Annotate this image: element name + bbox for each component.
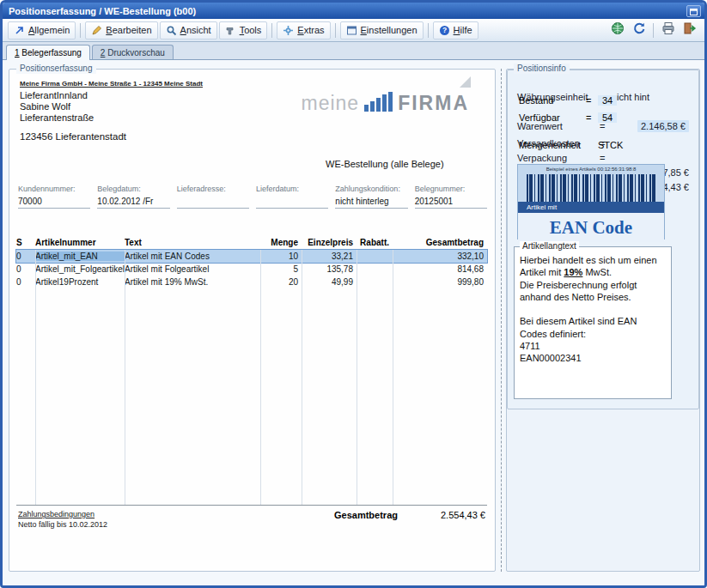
table-row[interactable]: 0 Artikel_mit_Folgeartikel Artikel mit F… — [16, 263, 487, 276]
field-kundennummer: Kundennummer: 70000 — [18, 185, 90, 209]
barcode-label-small: Artikel mit — [518, 202, 664, 213]
globe-button[interactable] — [607, 21, 627, 39]
total-label: Gesamtbetrag — [334, 510, 398, 520]
equals-sign: = — [586, 95, 598, 106]
beleginfo-group: Beleginfo Währungseinheit = nicht hint W… — [506, 69, 700, 572]
arrow-ne-icon — [14, 25, 25, 36]
globe-icon — [611, 21, 625, 39]
tab-strip: 1 Belegerfassung 2 Druckvorschau — [3, 42, 704, 59]
barcode-label-big: EAN Code — [518, 213, 664, 242]
barcode-stripes-icon — [527, 174, 655, 202]
zahlungsbedingungen-text: Netto fällig bis 10.02.2012 — [18, 520, 107, 529]
table-body: 0 Artikel_mit_EAN Artikel mit EAN Codes … — [16, 250, 487, 288]
equals-sign: = — [586, 112, 598, 123]
printer-icon — [661, 21, 675, 39]
refresh-button[interactable] — [629, 21, 649, 39]
menu-hilfe[interactable]: ? Hilfe — [433, 21, 478, 39]
positionserfassung-group-title: Positionserfassung — [16, 64, 96, 74]
gear-icon — [283, 25, 294, 36]
logo-word-meine: meine — [302, 94, 360, 113]
belegnummer-value[interactable]: 20125001 — [415, 197, 487, 209]
menu-einstellungen[interactable]: Einstellungen — [340, 21, 424, 39]
toolbar-separator — [428, 23, 429, 38]
total-value: 2.554,43 € — [441, 510, 485, 520]
tab-belegerfassung[interactable]: 1 Belegerfassung — [6, 45, 90, 60]
settings-window-icon — [346, 25, 357, 36]
menu-allgemein[interactable]: Allgemein — [8, 21, 76, 39]
app-window: Positionserfassung / WE-Bestellung (b00)… — [0, 0, 707, 588]
zahlungsbedingungen-link[interactable]: Zahlungsbedingungen — [18, 510, 94, 518]
toolbar-separator — [271, 23, 272, 38]
exit-icon — [683, 21, 697, 39]
table-header: S Artikelnummer Text Menge Einzelpreis R… — [16, 238, 487, 250]
document-title: WE-Bestellung (alle Belege) — [326, 159, 444, 169]
window-title: Positionserfassung / WE-Bestellung (b00) — [9, 6, 686, 16]
document-fields: Kundennummer: 70000 Belegdatum: 10.02.20… — [18, 185, 487, 209]
verfuegbar-value: 54 — [598, 112, 617, 123]
verpackung-row: Verpackung = — [517, 153, 689, 163]
tab-druckvorschau[interactable]: 2 Druckvorschau — [92, 45, 174, 59]
equals-sign: = — [600, 153, 612, 163]
table-row[interactable]: 0 Artikel_mit_EAN Artikel mit EAN Codes … — [16, 250, 487, 263]
company-logo: meine FIRMA — [302, 92, 469, 113]
belegdatum-value[interactable]: 10.02.2012 /Fr — [97, 197, 169, 209]
toolbar-separator — [80, 23, 81, 38]
recipient-line-2: Sabine Wolf — [20, 101, 70, 112]
table-bottom-line — [16, 505, 487, 506]
menu-extras[interactable]: Extras — [277, 21, 330, 39]
menu-tools[interactable]: Tools — [219, 21, 268, 39]
menu-bearbeiten[interactable]: Bearbeiten — [85, 21, 157, 39]
zahlungskondition-value[interactable]: nicht hinterleg — [335, 197, 407, 209]
barcode-caption: Beispiel eines Artikels 00:12:56:31:98:8 — [518, 165, 664, 172]
mengeneinheit-value: STCK — [598, 140, 623, 150]
logo-word-firma: FIRMA — [398, 94, 469, 113]
field-belegnummer: Belegnummer: 20125001 — [415, 185, 487, 209]
toolbar-separator — [335, 23, 336, 38]
field-lieferadresse: Lieferadresse: — [177, 185, 249, 209]
toolbar: Allgemein Bearbeiten Ansicht Tools Extra… — [3, 19, 704, 42]
toolbar-separator — [653, 23, 654, 38]
artikellangtext-box[interactable]: Artikellangtext Hierbei handelt es sich … — [514, 246, 672, 399]
panel-splitter[interactable] — [501, 69, 502, 572]
bestand-value: 34 — [598, 95, 617, 106]
kundennummer-value[interactable]: 70000 — [18, 197, 90, 209]
recipient-city: 123456 Lieferantenstadt — [20, 131, 126, 142]
print-button[interactable] — [658, 21, 678, 39]
window-control-button[interactable] — [686, 5, 701, 17]
edit-icon — [91, 25, 102, 36]
svg-text:?: ? — [442, 26, 446, 34]
positionsinfo-group: Positionsinfo Bestand = 34 Verfügbar = 5… — [507, 70, 699, 409]
lieferadresse-value[interactable] — [177, 197, 249, 209]
restore-icon — [690, 3, 698, 19]
mengeneinheit-row: Mengeneinheit STCK — [519, 140, 691, 150]
positionsinfo-group-title: Positionsinfo — [514, 64, 570, 74]
tools-icon — [225, 25, 236, 36]
bestand-row: Bestand = 34 — [519, 95, 691, 106]
recipient-line-3: Lieferantenstraße — [20, 112, 94, 123]
refresh-icon — [632, 21, 646, 39]
menu-ansicht[interactable]: Ansicht — [160, 21, 217, 39]
title-bar: Positionserfassung / WE-Bestellung (b00) — [3, 3, 704, 19]
exit-button[interactable] — [680, 21, 699, 39]
logo-bars-icon — [364, 92, 393, 113]
field-belegdatum: Belegdatum: 10.02.2012 /Fr — [97, 185, 169, 209]
help-icon: ? — [439, 25, 450, 36]
magnifier-icon — [166, 25, 177, 36]
field-lieferdatum: Lieferdatum: — [256, 185, 328, 209]
artikellangtext-label: Artikellangtext — [520, 241, 579, 252]
artikellangtext-text: Hierbei handelt es sich um einen Artikel… — [515, 247, 671, 368]
verfuegbar-row: Verfügbar = 54 — [519, 112, 691, 123]
company-header-line: Meine Firma GmbH - Meine Straße 1 - 1234… — [20, 80, 203, 88]
table-row[interactable]: 0 Artikel19Prozent Artikel mit 19% MwSt.… — [16, 276, 487, 288]
lieferdatum-value[interactable] — [256, 197, 328, 209]
ean-barcode-image: Beispiel eines Artikels 00:12:56:31:98:8… — [517, 164, 665, 239]
positionserfassung-group: Positionserfassung Meine Firma GmbH - Me… — [9, 69, 496, 572]
main-content: Positionserfassung Meine Firma GmbH - Me… — [3, 59, 704, 585]
page-fold-icon — [460, 76, 471, 88]
field-zahlungskondition: Zahlungskondition: nicht hinterleg — [335, 185, 407, 209]
recipient-line-1: LieferantInnland — [20, 90, 88, 100]
